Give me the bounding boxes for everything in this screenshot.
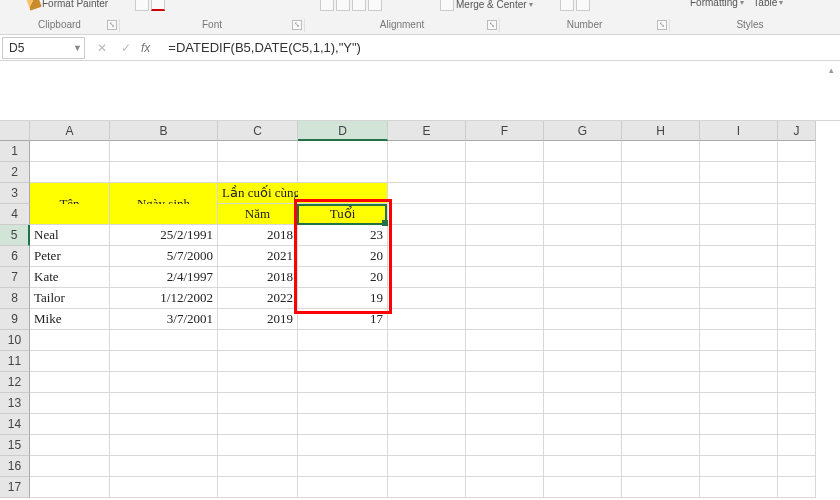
column-header-F[interactable]: F bbox=[466, 121, 544, 141]
row-header-15[interactable]: 15 bbox=[0, 435, 30, 456]
cell[interactable] bbox=[700, 183, 778, 204]
row-header-7[interactable]: 7 bbox=[0, 267, 30, 288]
cell[interactable] bbox=[466, 309, 544, 330]
cell[interactable]: 2018 bbox=[218, 225, 298, 246]
cell[interactable] bbox=[466, 141, 544, 162]
merge-center-button[interactable]: Merge & Center bbox=[456, 0, 527, 10]
cell[interactable] bbox=[700, 330, 778, 351]
cell[interactable] bbox=[298, 372, 388, 393]
cell[interactable] bbox=[622, 456, 700, 477]
cell[interactable] bbox=[778, 288, 816, 309]
cell[interactable]: Ngày sinh bbox=[110, 183, 218, 204]
cell[interactable] bbox=[778, 246, 816, 267]
cell[interactable] bbox=[778, 141, 816, 162]
column-header-D[interactable]: D bbox=[298, 121, 388, 141]
name-box[interactable]: D5 ▼ bbox=[2, 37, 85, 59]
enter-formula-icon[interactable]: ✓ bbox=[117, 41, 135, 55]
cell[interactable] bbox=[778, 477, 816, 498]
cell[interactable] bbox=[110, 414, 218, 435]
cell[interactable] bbox=[388, 435, 466, 456]
cell[interactable] bbox=[466, 330, 544, 351]
cell[interactable] bbox=[110, 141, 218, 162]
cell[interactable] bbox=[544, 309, 622, 330]
row-header-17[interactable]: 17 bbox=[0, 477, 30, 498]
row-header-12[interactable]: 12 bbox=[0, 372, 30, 393]
increase-decimal-icon[interactable] bbox=[560, 0, 574, 11]
cell[interactable]: 2/4/1997 bbox=[110, 267, 218, 288]
cell[interactable] bbox=[700, 393, 778, 414]
decrease-decimal-icon[interactable] bbox=[576, 0, 590, 11]
cell[interactable] bbox=[778, 435, 816, 456]
cell[interactable] bbox=[700, 414, 778, 435]
cell[interactable] bbox=[218, 456, 298, 477]
cell[interactable] bbox=[388, 393, 466, 414]
cell[interactable] bbox=[388, 456, 466, 477]
cell[interactable]: 20 bbox=[298, 246, 388, 267]
row-header-2[interactable]: 2 bbox=[0, 162, 30, 183]
cell[interactable] bbox=[466, 162, 544, 183]
row-header-16[interactable]: 16 bbox=[0, 456, 30, 477]
cell[interactable] bbox=[110, 435, 218, 456]
cell[interactable] bbox=[778, 162, 816, 183]
cell[interactable] bbox=[700, 351, 778, 372]
cell[interactable] bbox=[388, 330, 466, 351]
cell[interactable] bbox=[218, 330, 298, 351]
cell[interactable] bbox=[544, 456, 622, 477]
cell[interactable] bbox=[622, 477, 700, 498]
merge-icon[interactable] bbox=[440, 0, 454, 11]
cell[interactable] bbox=[218, 351, 298, 372]
cell[interactable] bbox=[622, 330, 700, 351]
cell[interactable] bbox=[30, 414, 110, 435]
row-header-14[interactable]: 14 bbox=[0, 414, 30, 435]
cell[interactable]: Tuổi bbox=[298, 204, 388, 225]
cell[interactable] bbox=[218, 477, 298, 498]
cell[interactable] bbox=[30, 435, 110, 456]
cell[interactable] bbox=[298, 456, 388, 477]
cell[interactable] bbox=[700, 267, 778, 288]
cell[interactable] bbox=[778, 204, 816, 225]
cell[interactable] bbox=[466, 435, 544, 456]
fx-icon[interactable]: fx bbox=[141, 41, 150, 55]
cell[interactable] bbox=[700, 204, 778, 225]
cell[interactable] bbox=[700, 225, 778, 246]
cell[interactable] bbox=[778, 225, 816, 246]
cell[interactable] bbox=[466, 225, 544, 246]
cell[interactable] bbox=[388, 246, 466, 267]
cell[interactable] bbox=[622, 435, 700, 456]
cell[interactable] bbox=[218, 393, 298, 414]
cell[interactable] bbox=[110, 456, 218, 477]
column-header-I[interactable]: I bbox=[700, 121, 778, 141]
cell[interactable]: 3/7/2001 bbox=[110, 309, 218, 330]
format-as-table-button[interactable]: Table bbox=[753, 0, 777, 8]
column-header-J[interactable]: J bbox=[778, 121, 816, 141]
cell[interactable] bbox=[622, 183, 700, 204]
cell[interactable] bbox=[622, 309, 700, 330]
cell[interactable]: 2018 bbox=[218, 267, 298, 288]
cell[interactable] bbox=[622, 204, 700, 225]
cell[interactable] bbox=[388, 183, 466, 204]
cell[interactable] bbox=[466, 288, 544, 309]
cell[interactable] bbox=[778, 393, 816, 414]
formula-input[interactable] bbox=[164, 37, 840, 59]
cell[interactable] bbox=[778, 372, 816, 393]
cell[interactable] bbox=[778, 267, 816, 288]
cell[interactable] bbox=[544, 288, 622, 309]
cell[interactable] bbox=[544, 267, 622, 288]
cell[interactable] bbox=[298, 162, 388, 183]
font-fill-icon[interactable] bbox=[135, 0, 149, 11]
cell[interactable] bbox=[298, 435, 388, 456]
cell[interactable] bbox=[110, 351, 218, 372]
cell[interactable] bbox=[388, 309, 466, 330]
cell[interactable]: Năm bbox=[218, 204, 298, 225]
row-header-1[interactable]: 1 bbox=[0, 141, 30, 162]
column-header-G[interactable]: G bbox=[544, 121, 622, 141]
cell[interactable] bbox=[700, 435, 778, 456]
cell[interactable] bbox=[110, 393, 218, 414]
cell[interactable] bbox=[544, 393, 622, 414]
cell[interactable] bbox=[218, 435, 298, 456]
indent-icon[interactable] bbox=[352, 0, 366, 11]
cell[interactable] bbox=[544, 372, 622, 393]
cell[interactable]: Kate bbox=[30, 267, 110, 288]
cell[interactable] bbox=[30, 456, 110, 477]
grid[interactable]: TênNgày sinhLần cuối cùng khám bệnhNămTu… bbox=[30, 141, 816, 498]
